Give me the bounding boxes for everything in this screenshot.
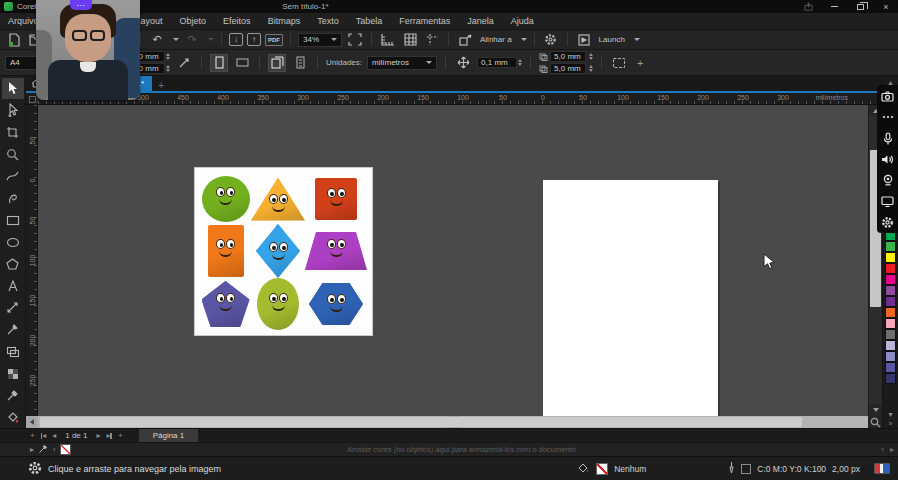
palette-color-swatch[interactable]	[885, 362, 896, 373]
undo-icon[interactable]: ↶	[148, 32, 166, 48]
dimension-tool-icon[interactable]	[2, 297, 24, 318]
portrait-button[interactable]	[210, 54, 228, 72]
keyboard-language-icon[interactable]	[874, 463, 890, 474]
new-document-icon[interactable]	[5, 32, 23, 48]
shapes-clipart-image[interactable]	[194, 167, 373, 336]
palette-color-swatch[interactable]	[885, 307, 896, 318]
snap-to-icon[interactable]	[456, 32, 474, 48]
align-to-label[interactable]: Alinhar a	[480, 35, 512, 44]
interactive-fill-tool-icon[interactable]	[2, 407, 24, 428]
palette-color-swatch[interactable]	[885, 252, 896, 263]
webcam-icon[interactable]	[881, 174, 895, 186]
horizontal-scroll-thumb[interactable]	[40, 417, 802, 427]
color-eyedropper-tool-icon[interactable]	[2, 385, 24, 406]
page-width-stepper[interactable]	[166, 53, 170, 60]
page-tab[interactable]: Página 1	[139, 429, 199, 443]
shape-tool-icon[interactable]	[2, 100, 24, 121]
align-dropdown-caret[interactable]	[521, 38, 527, 41]
titlebar-extra-icon[interactable]	[800, 1, 816, 12]
pan-zoom-button[interactable]	[868, 416, 882, 428]
connector-tool-icon[interactable]	[2, 319, 24, 340]
scroll-down-button[interactable]	[869, 404, 882, 416]
palette-color-swatch[interactable]	[885, 285, 896, 296]
options-gear-icon[interactable]	[542, 32, 560, 48]
nudge-stepper[interactable]	[518, 59, 522, 66]
palette-collapse-icon[interactable]: ‹	[53, 445, 56, 454]
zoom-level-combo[interactable]: 34%	[298, 33, 342, 47]
more-options-icon[interactable]	[881, 111, 895, 123]
menu-ferramentas[interactable]: Ferramentas	[397, 15, 452, 27]
show-guidelines-icon[interactable]	[423, 32, 441, 48]
document-palette-flyout-icon[interactable]: ▸	[30, 445, 34, 454]
speaker-icon[interactable]	[881, 153, 895, 165]
mesh-fill-tool-icon[interactable]	[2, 363, 24, 384]
palette-color-swatch[interactable]	[885, 263, 896, 274]
artistic-media-tool-icon[interactable]	[2, 188, 24, 209]
screenshot-camera-icon[interactable]	[881, 90, 895, 102]
horizontal-scrollbar[interactable]	[26, 416, 882, 428]
palette-eyedropper-icon[interactable]	[38, 443, 49, 456]
doc-palette-scroll-right-icon[interactable]: ›	[881, 445, 884, 454]
palette-scroll-down-icon[interactable]: ▼	[887, 410, 894, 419]
page-artboard[interactable]	[543, 180, 718, 416]
page-height-stepper[interactable]	[166, 65, 170, 72]
all-page-sizes-icon[interactable]	[291, 54, 309, 72]
vertical-ruler[interactable]: 50050100150200250	[26, 105, 38, 416]
palette-color-swatch[interactable]	[885, 318, 896, 329]
drawing-canvas[interactable]	[38, 105, 868, 416]
rectangle-tool-icon[interactable]	[2, 210, 24, 231]
last-page-icon[interactable]: ▸	[106, 431, 112, 440]
palette-color-swatch[interactable]	[885, 274, 896, 285]
landscape-button[interactable]	[233, 54, 251, 72]
current-page-sizes-icon[interactable]	[268, 54, 286, 72]
launch-dropdown-caret[interactable]	[634, 38, 640, 41]
show-rulers-icon[interactable]	[379, 32, 397, 48]
palette-color-swatch[interactable]	[885, 329, 896, 340]
treat-as-filled-icon[interactable]	[610, 54, 628, 72]
ellipse-tool-icon[interactable]	[2, 232, 24, 253]
fullscreen-preview-icon[interactable]	[346, 32, 364, 48]
minimize-button[interactable]	[826, 1, 842, 12]
previous-page-icon[interactable]: ◂	[52, 431, 56, 440]
add-toolbar-items-button[interactable]: +	[633, 57, 647, 69]
first-page-icon[interactable]: ◂	[41, 431, 47, 440]
nudge-distance-field[interactable]: 0,1 mm	[477, 57, 517, 68]
palette-color-swatch[interactable]	[885, 373, 896, 384]
show-grid-icon[interactable]	[401, 32, 419, 48]
export-icon[interactable]: ↑	[247, 33, 261, 46]
menu-ajuda[interactable]: Ajuda	[509, 15, 536, 27]
palette-expand-icon[interactable]: »	[889, 419, 893, 428]
palette-color-swatch[interactable]	[885, 340, 896, 351]
zoom-tool-icon[interactable]	[2, 144, 24, 165]
document-no-color-swatch[interactable]	[60, 444, 71, 455]
display-capture-icon[interactable]	[881, 195, 895, 207]
add-page-before-button[interactable]: +	[30, 431, 35, 440]
freehand-tool-icon[interactable]	[2, 166, 24, 187]
import-icon[interactable]: ↓	[229, 33, 243, 46]
redo-dropdown-caret[interactable]	[208, 38, 214, 41]
microphone-icon[interactable]	[881, 132, 895, 144]
palette-color-swatch[interactable]	[885, 351, 896, 362]
duplicate-y-field[interactable]: 5,0 mm	[550, 63, 586, 74]
menu-tabela[interactable]: Tabela	[354, 15, 385, 27]
duplicate-y-stepper[interactable]	[589, 65, 593, 72]
units-combo[interactable]: milímetros	[367, 56, 437, 70]
palette-color-swatch[interactable]	[885, 296, 896, 307]
publish-pdf-icon[interactable]: PDF	[265, 34, 283, 46]
launch-icon[interactable]	[575, 32, 593, 48]
fill-none-swatch[interactable]	[596, 463, 608, 475]
close-button[interactable]: ×	[878, 1, 894, 12]
scroll-left-button[interactable]	[26, 416, 38, 428]
new-tab-button[interactable]: +	[152, 80, 170, 91]
crop-tool-icon[interactable]	[2, 122, 24, 143]
page-dimensions-icon[interactable]	[175, 55, 193, 71]
pick-tool-icon[interactable]	[2, 78, 24, 99]
duplicate-x-stepper[interactable]	[589, 53, 593, 60]
duplicate-x-field[interactable]: 5,0 mm	[550, 51, 586, 62]
restore-button[interactable]	[852, 1, 868, 12]
polygon-tool-icon[interactable]	[2, 254, 24, 275]
webcam-menu-pill[interactable]: ⋯	[70, 0, 92, 10]
text-tool-icon[interactable]	[2, 275, 24, 296]
menu-objeto[interactable]: Objeto	[178, 15, 209, 27]
add-page-after-button[interactable]: +	[118, 431, 123, 440]
